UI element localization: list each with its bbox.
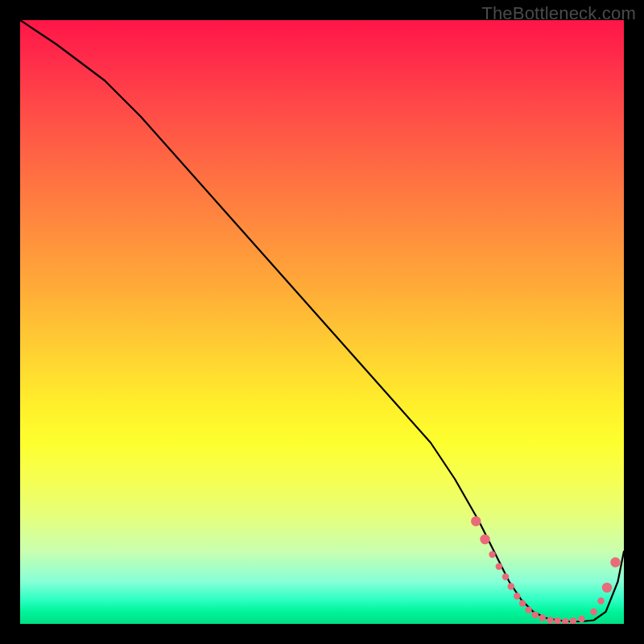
curve-dot bbox=[496, 564, 502, 570]
curve-dot bbox=[471, 516, 481, 526]
curve-dot bbox=[547, 617, 553, 623]
curve-dot bbox=[590, 609, 597, 615]
curve-dots-group bbox=[471, 516, 621, 624]
curve-dot bbox=[602, 583, 612, 592]
curve-line bbox=[20, 20, 624, 621]
curve-dot bbox=[562, 618, 568, 624]
curve-dot bbox=[610, 557, 620, 567]
curve-dot bbox=[525, 607, 531, 613]
curve-dot bbox=[508, 583, 514, 589]
curve-dot bbox=[514, 592, 520, 599]
chart-plot-area bbox=[20, 20, 624, 624]
curve-dot bbox=[532, 612, 539, 618]
curve-dot bbox=[480, 535, 489, 544]
curve-dot bbox=[597, 597, 604, 604]
curve-dot bbox=[539, 614, 546, 621]
curve-dot bbox=[578, 616, 584, 622]
curve-dot bbox=[489, 551, 495, 558]
curve-dot bbox=[502, 573, 509, 580]
curve-dot bbox=[519, 600, 526, 606]
curve-dot bbox=[570, 617, 576, 624]
chart-svg bbox=[20, 20, 624, 624]
curve-dot bbox=[554, 617, 560, 624]
